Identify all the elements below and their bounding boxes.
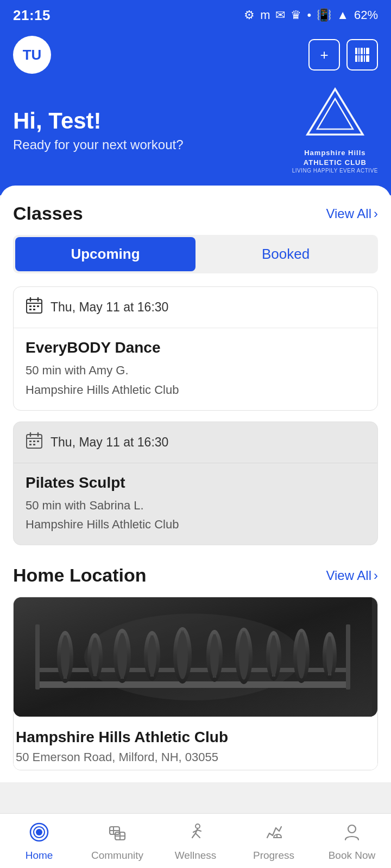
header-top: TU +: [13, 36, 378, 74]
svg-rect-17: [33, 305, 35, 307]
greeting-subtitle: Ready for your next workout?: [13, 137, 184, 152]
chevron-right-icon: ›: [374, 206, 378, 221]
nav-wellness[interactable]: Wellness: [166, 822, 225, 861]
wellness-icon: [186, 822, 205, 846]
header-greeting: Hi, Test! Ready for your next workout?: [13, 108, 184, 152]
status-bar: 21:15 ⚙ m ✉ ♛ • 📳 ▲ 62%: [0, 0, 391, 30]
class-card-2[interactable]: Thu, May 11 at 16:30 Pilates Sculpt 50 m…: [13, 422, 378, 545]
bottom-nav: Home Community: [0, 813, 391, 868]
nav-progress-label: Progress: [253, 850, 294, 861]
mail-icon: m: [260, 8, 270, 22]
nav-progress[interactable]: Progress: [244, 822, 304, 861]
svg-point-48: [177, 631, 188, 679]
svg-rect-1: [358, 48, 360, 54]
tab-upcoming[interactable]: Upcoming: [15, 237, 195, 271]
settings-icon: ⚙: [244, 8, 255, 22]
svg-point-60: [297, 633, 306, 679]
gym-card[interactable]: Hampshire Hills Athletic Club 50 Emerson…: [13, 597, 378, 770]
progress-icon: [264, 822, 283, 846]
plus-icon: +: [320, 47, 328, 63]
svg-point-82: [348, 825, 356, 833]
community-icon: [108, 822, 127, 846]
classes-title: Classes: [13, 203, 83, 224]
home-location-header: Home Location View All ›: [13, 565, 378, 586]
svg-rect-25: [29, 441, 31, 442]
svg-rect-28: [29, 444, 31, 445]
classes-section-header: Classes View All ›: [13, 203, 378, 224]
svg-marker-10: [307, 89, 363, 135]
nav-home-label: Home: [26, 850, 53, 861]
class-date-2: Thu, May 11 at 16:30: [14, 422, 377, 463]
svg-rect-3: [364, 48, 365, 54]
svg-rect-5: [355, 55, 357, 62]
club-logo: Hampshire Hills ATHLETIC CLUB LIVING HAP…: [292, 87, 378, 174]
gym-image-svg: [14, 597, 372, 717]
crown-icon: ♛: [291, 8, 301, 22]
svg-point-57: [270, 635, 278, 676]
svg-rect-65: [346, 624, 350, 690]
greeting-title: Hi, Test!: [13, 108, 184, 134]
dot-icon: •: [307, 8, 311, 22]
class-date-1: Thu, May 11 at 16:30: [14, 287, 377, 328]
calendar-icon-2: [26, 432, 43, 453]
chevron-right-icon-2: ›: [374, 568, 378, 583]
nav-booknow-label: Book Now: [329, 850, 376, 861]
status-icons: ⚙ m ✉ ♛ • 📳 ▲ 62%: [244, 8, 378, 22]
svg-rect-20: [33, 309, 35, 310]
add-button[interactable]: +: [308, 39, 340, 71]
svg-point-39: [91, 637, 99, 676]
wifi-icon: ▲: [337, 8, 349, 22]
tab-booked[interactable]: Booked: [195, 237, 376, 271]
svg-line-78: [195, 833, 200, 838]
svg-point-75: [195, 824, 200, 828]
svg-marker-11: [317, 99, 353, 129]
nav-wellness-label: Wellness: [175, 850, 217, 861]
gym-image: [14, 597, 377, 717]
class-details-1: EveryBODY Dance 50 min with Amy G. Hamps…: [14, 328, 377, 410]
svg-point-54: [239, 632, 249, 680]
svg-point-42: [117, 633, 127, 679]
svg-rect-2: [361, 48, 363, 54]
scan-button[interactable]: [346, 39, 378, 71]
svg-rect-7: [361, 55, 363, 62]
svg-rect-6: [358, 55, 360, 62]
svg-point-45: [148, 635, 156, 676]
svg-rect-18: [37, 305, 39, 307]
nav-community[interactable]: Community: [87, 822, 147, 861]
home-location-title: Home Location: [13, 565, 147, 586]
class-info-2: 50 min with Sabrina L. Hampshire Hills A…: [26, 496, 365, 534]
club-tagline: LIVING HAPPILY EVER ACTIVE: [292, 168, 378, 174]
svg-rect-26: [33, 441, 35, 442]
svg-rect-8: [364, 55, 365, 62]
svg-point-36: [61, 635, 70, 679]
svg-rect-29: [33, 444, 35, 445]
class-date-text-1: Thu, May 11 at 16:30: [51, 300, 168, 315]
gym-name: Hampshire Hills Athletic Club: [16, 729, 375, 746]
calendar-icon-1: [26, 297, 43, 318]
header-actions: +: [308, 39, 378, 71]
booknow-icon: [342, 822, 362, 846]
svg-point-67: [36, 829, 42, 835]
gym-address: 50 Emerson Road, Milford, NH, 03055: [16, 750, 375, 764]
svg-line-77: [192, 833, 195, 838]
gym-info: Hampshire Hills Athletic Club 50 Emerson…: [14, 717, 377, 770]
class-date-text-2: Thu, May 11 at 16:30: [51, 435, 168, 450]
home-location-section: Home Location View All ›: [13, 565, 378, 770]
class-info-1: 50 min with Amy G. Hampshire Hills Athle…: [26, 361, 365, 399]
home-location-view-all[interactable]: View All ›: [326, 568, 378, 583]
svg-rect-19: [29, 309, 31, 310]
header-body: Hi, Test! Ready for your next workout? H…: [13, 87, 378, 174]
svg-rect-16: [29, 305, 31, 307]
main-content: Classes View All › Upcoming Booked: [0, 186, 391, 782]
class-card-1[interactable]: Thu, May 11 at 16:30 EveryBODY Dance 50 …: [13, 286, 378, 410]
class-name-2: Pilates Sculpt: [26, 474, 365, 492]
svg-rect-27: [37, 441, 39, 442]
nav-booknow[interactable]: Book Now: [322, 822, 382, 861]
avatar[interactable]: TU: [13, 36, 51, 74]
svg-point-63: [326, 636, 333, 675]
classes-view-all[interactable]: View All ›: [326, 206, 378, 221]
home-icon: [29, 822, 49, 846]
nav-home[interactable]: Home: [9, 822, 69, 861]
status-time: 21:15: [13, 7, 51, 24]
header: TU +: [0, 30, 391, 195]
